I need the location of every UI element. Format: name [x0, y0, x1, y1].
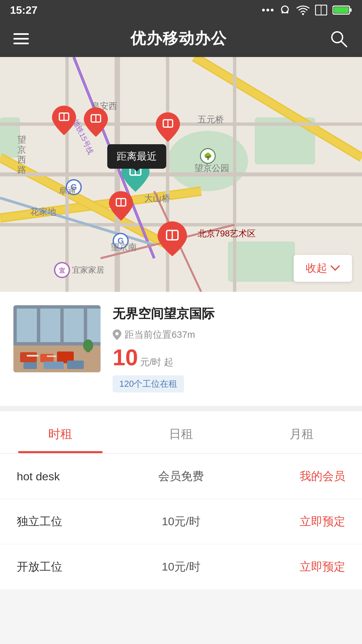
app-header: 优办移动办公 — [0, 20, 362, 57]
table-row: 开放工位 10元/时 立即预定 — [0, 544, 362, 589]
search-icon — [330, 30, 347, 47]
map-tooltip: 距离最近 — [107, 144, 166, 169]
menu-button[interactable] — [13, 33, 29, 44]
tab-daily[interactable]: 日租 — [121, 411, 241, 453]
svg-text:🌳: 🌳 — [204, 152, 212, 160]
svg-text:西: 西 — [17, 155, 26, 165]
sim-icon — [315, 5, 327, 15]
svg-text:望: 望 — [17, 135, 26, 145]
svg-rect-77 — [23, 362, 37, 369]
row-2-price: 10元/时 — [126, 514, 236, 529]
svg-rect-71 — [40, 309, 60, 342]
map-pin-1[interactable] — [52, 106, 76, 135]
wifi-icon — [296, 5, 310, 15]
svg-rect-72 — [64, 309, 84, 342]
svg-line-10 — [341, 41, 347, 47]
svg-text:望京南: 望京南 — [111, 242, 137, 252]
table-row: 独立工位 10元/时 立即预定 — [0, 499, 362, 544]
search-button[interactable] — [328, 29, 349, 49]
map-area[interactable]: G G 宜 🌳 望 京 西 路 皇安西 五元桥 大山桥 花家地 望京公园 北京7… — [0, 57, 362, 292]
venue-price-unit: 元/时 起 — [140, 356, 174, 369]
row-3-price: 10元/时 — [126, 559, 236, 575]
svg-text:宜: 宜 — [59, 267, 65, 274]
svg-rect-74 — [20, 352, 37, 362]
svg-rect-8 — [350, 8, 352, 12]
svg-rect-70 — [17, 309, 37, 342]
svg-rect-73 — [87, 309, 101, 342]
venue-price-number: 10 — [113, 346, 138, 369]
battery-icon — [333, 5, 352, 15]
map-pin-2[interactable] — [84, 107, 108, 137]
row-2-name: 独立工位 — [17, 514, 126, 529]
svg-rect-1 — [282, 11, 283, 13]
venue-info: 无界空间望京国际 距当前位置637m 10 元/时 起 120个工位在租 — [113, 305, 349, 392]
svg-rect-14 — [228, 241, 295, 282]
table-row: hot desk 会员免费 我的会员 — [0, 454, 362, 499]
collapse-map-button[interactable]: 收起 — [294, 255, 352, 282]
map-pin-3[interactable] — [156, 112, 180, 142]
map-pin-4[interactable] — [109, 191, 133, 221]
app-title: 优办移动办公 — [130, 28, 227, 49]
map-pin-5[interactable] — [158, 221, 187, 256]
svg-point-84 — [115, 332, 119, 335]
venue-location: 距当前位置637m — [113, 328, 349, 341]
svg-rect-81 — [47, 356, 56, 357]
svg-text:宜家家居: 宜家家居 — [72, 265, 104, 274]
svg-text:大山桥: 大山桥 — [144, 193, 170, 203]
collapse-label: 收起 — [306, 261, 327, 276]
svg-rect-2 — [287, 11, 288, 13]
svg-rect-78 — [44, 362, 64, 369]
location-pin-icon — [113, 329, 121, 340]
svg-text:五元桥: 五元桥 — [198, 114, 224, 124]
tab-monthly[interactable]: 月租 — [241, 411, 362, 453]
chevron-down-icon — [330, 265, 340, 271]
venue-price-row: 10 元/时 起 — [113, 346, 349, 369]
row-2-action[interactable]: 立即预定 — [236, 514, 345, 529]
row-3-action[interactable]: 立即预定 — [236, 559, 345, 575]
svg-text:望京公园: 望京公园 — [194, 163, 229, 173]
venue-distance: 距当前位置637m — [125, 328, 195, 341]
venue-card: 无界空间望京国际 距当前位置637m 10 元/时 起 120个工位在租 — [0, 292, 362, 411]
svg-text:北京798艺术区: 北京798艺术区 — [198, 228, 256, 238]
tab-hourly[interactable]: 时租 — [0, 411, 121, 453]
status-bar: 15:27 — [0, 0, 362, 20]
svg-rect-75 — [40, 354, 54, 362]
signal-dots-icon — [262, 9, 274, 11]
svg-text:京: 京 — [17, 145, 26, 155]
svg-point-83 — [83, 339, 93, 352]
status-time: 15:27 — [10, 4, 38, 16]
row-1-price: 会员免费 — [126, 469, 236, 484]
rental-tabs: 时租 日租 月租 — [0, 411, 362, 454]
svg-text:路: 路 — [17, 165, 26, 175]
svg-rect-7 — [334, 7, 349, 13]
svg-point-3 — [302, 13, 304, 15]
row-1-action[interactable]: 我的会员 — [236, 469, 345, 484]
svg-rect-79 — [67, 361, 84, 369]
headset-icon — [279, 4, 291, 16]
status-icons — [262, 4, 352, 16]
venue-badge: 120个工位在租 — [113, 375, 184, 392]
svg-text:阜通: 阜通 — [59, 186, 76, 196]
row-1-name: hot desk — [17, 470, 126, 483]
venue-name: 无界空间望京国际 — [113, 305, 349, 322]
pricing-table: hot desk 会员免费 我的会员 独立工位 10元/时 立即预定 开放工位 … — [0, 454, 362, 589]
row-3-name: 开放工位 — [17, 559, 126, 575]
svg-rect-80 — [27, 355, 39, 357]
svg-text:花家地: 花家地 — [30, 207, 56, 217]
venue-image[interactable] — [13, 305, 101, 372]
